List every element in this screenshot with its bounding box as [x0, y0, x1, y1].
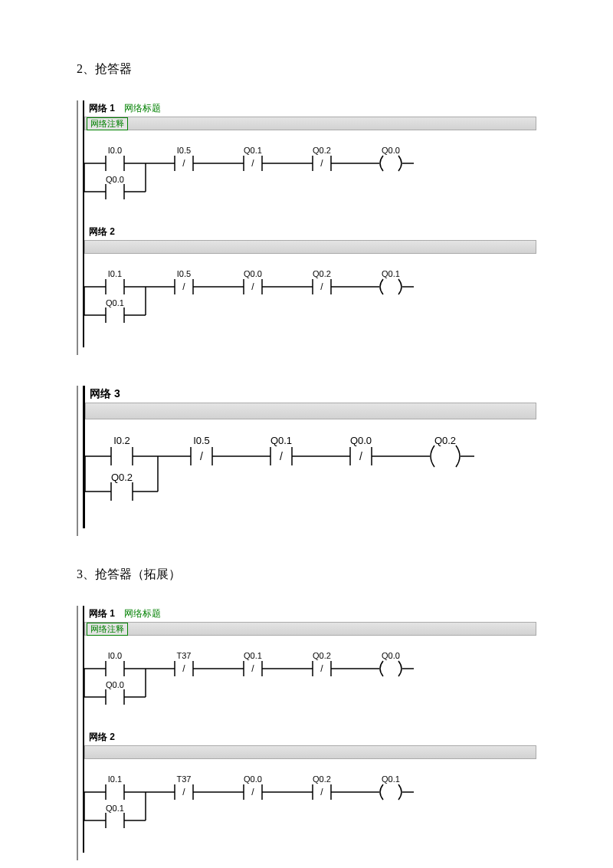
network-1: 网络 1 网络标题 网络注释 I0.0 I0.5: [84, 100, 536, 224]
contact-nc: Q0.2 /: [299, 146, 368, 171]
svg-text:Q0.1: Q0.1: [270, 435, 292, 446]
svg-text:/: /: [182, 663, 185, 674]
svg-text:Q0.0: Q0.0: [244, 774, 262, 784]
contact-nc: Q0.1 /: [255, 435, 335, 465]
contact-nc: Q0.1 /: [230, 651, 299, 676]
rung-2: I0.1 I0.5 / Q0.0: [84, 268, 483, 329]
contact-nc: T37 /: [161, 651, 230, 676]
branch-contact: Q0.1: [84, 287, 146, 323]
branch-contact: Q0.2: [85, 456, 158, 501]
svg-text:/: /: [320, 158, 323, 169]
network-label: 网络 2: [84, 729, 120, 745]
branch-contact: Q0.0: [84, 163, 146, 199]
svg-text:I0.5: I0.5: [193, 435, 210, 446]
coil: Q0.2: [415, 435, 474, 467]
network-title: 网络标题: [120, 100, 166, 117]
svg-text:Q0.0: Q0.0: [382, 146, 400, 155]
branch-contact: Q0.1: [84, 792, 146, 828]
svg-text:T37: T37: [177, 774, 192, 784]
contact-nc: T37 /: [161, 774, 230, 800]
comment-bar: 网络注释: [84, 622, 536, 636]
contact-nc: Q0.2 /: [299, 774, 368, 800]
svg-text:/: /: [320, 663, 323, 674]
network-label: 网络 2: [84, 224, 120, 240]
comment-bar: [84, 240, 536, 254]
svg-text:Q0.1: Q0.1: [382, 269, 400, 278]
contact-nc: I0.5 /: [175, 435, 255, 465]
svg-text:Q0.2: Q0.2: [313, 651, 331, 660]
contact-no: I0.1: [84, 269, 161, 294]
svg-text:/: /: [320, 787, 323, 797]
network-label: 网络 3: [85, 386, 125, 403]
svg-text:T37: T37: [177, 651, 192, 660]
svg-text:Q0.1: Q0.1: [106, 804, 124, 813]
contact-nc: Q0.2 /: [299, 651, 368, 676]
coil: Q0.1: [368, 269, 414, 294]
svg-text:Q0.2: Q0.2: [313, 774, 331, 784]
comment-bar: 网络注释: [84, 117, 536, 130]
svg-text:I0.5: I0.5: [177, 269, 191, 278]
svg-text:I0.1: I0.1: [108, 774, 122, 784]
section-title-3: 3、抢答器（拓展）: [77, 567, 536, 583]
svg-text:Q0.1: Q0.1: [244, 146, 262, 155]
svg-text:Q0.0: Q0.0: [106, 175, 124, 184]
coil: Q0.0: [368, 651, 414, 676]
svg-text:/: /: [182, 787, 185, 797]
svg-text:Q0.2: Q0.2: [313, 146, 331, 155]
contact-nc: I0.5 /: [161, 146, 230, 171]
svg-text:Q0.0: Q0.0: [106, 680, 124, 689]
comment-bar: [85, 403, 536, 419]
network-2b: 网络 2 I0.1 T37: [84, 729, 536, 853]
network-label: 网络 1: [84, 100, 120, 117]
svg-text:/: /: [182, 158, 185, 169]
contact-no: I0.0: [84, 651, 161, 676]
svg-text:/: /: [320, 281, 323, 292]
svg-text:/: /: [251, 158, 254, 169]
svg-text:/: /: [251, 281, 254, 292]
contact-no: I0.1: [84, 774, 161, 800]
contact-no: I0.2: [85, 435, 175, 465]
contact-nc: I0.5 /: [161, 269, 230, 294]
rung-1b: I0.0 T37 / Q0.1: [84, 649, 483, 711]
svg-text:Q0.1: Q0.1: [244, 651, 262, 660]
network-1b: 网络 1 网络标题 网络注释 I0.0 T37: [84, 606, 536, 729]
contact-nc: Q0.2 /: [299, 269, 368, 294]
svg-text:Q0.2: Q0.2: [111, 472, 133, 483]
rung-2b: I0.1 T37 / Q0.0: [84, 773, 483, 834]
svg-text:/: /: [251, 787, 254, 797]
editor-block-2: 网络 3 I0.2 I0.5: [77, 386, 536, 536]
svg-text:I0.2: I0.2: [113, 435, 130, 446]
contact-nc: Q0.0 /: [230, 269, 299, 294]
svg-text:I0.1: I0.1: [108, 269, 122, 278]
svg-text:I0.0: I0.0: [108, 146, 122, 155]
network-comment: 网络注释: [87, 117, 128, 130]
editor-block-3: 网络 1 网络标题 网络注释 I0.0 T37: [77, 606, 536, 860]
svg-text:/: /: [280, 450, 283, 462]
contact-nc: Q0.1 /: [230, 146, 299, 171]
svg-text:Q0.0: Q0.0: [382, 651, 400, 660]
branch-contact: Q0.0: [84, 669, 146, 705]
svg-text:Q0.2: Q0.2: [434, 435, 456, 446]
svg-text:Q0.0: Q0.0: [244, 269, 262, 278]
editor-block-1: 网络 1 网络标题 网络注释 I0.0 I0.5: [77, 100, 536, 355]
network-title: 网络标题: [120, 606, 166, 622]
svg-text:/: /: [182, 281, 185, 292]
svg-text:Q0.0: Q0.0: [350, 435, 372, 446]
network-label: 网络 1: [84, 606, 120, 622]
svg-text:Q0.1: Q0.1: [106, 298, 124, 307]
svg-text:Q0.2: Q0.2: [313, 269, 331, 278]
rung-1: I0.0 I0.5 / Q0.1: [84, 144, 483, 205]
contact-nc: Q0.0 /: [230, 774, 299, 800]
svg-text:I0.5: I0.5: [177, 146, 191, 155]
svg-text:/: /: [200, 450, 203, 462]
comment-bar: [84, 745, 536, 759]
contact-no: I0.0: [84, 146, 161, 171]
coil: Q0.0: [368, 146, 414, 171]
network-3: 网络 3 I0.2 I0.5: [85, 386, 536, 528]
svg-text:I0.0: I0.0: [108, 651, 122, 660]
rung-3: I0.2 I0.5 / Q0.1: [85, 433, 529, 510]
section-title-2: 2、抢答器: [77, 61, 536, 77]
network-2: 网络 2 I0.1 I0.5: [84, 224, 536, 347]
svg-text:/: /: [251, 663, 254, 674]
coil: Q0.1: [368, 774, 414, 800]
